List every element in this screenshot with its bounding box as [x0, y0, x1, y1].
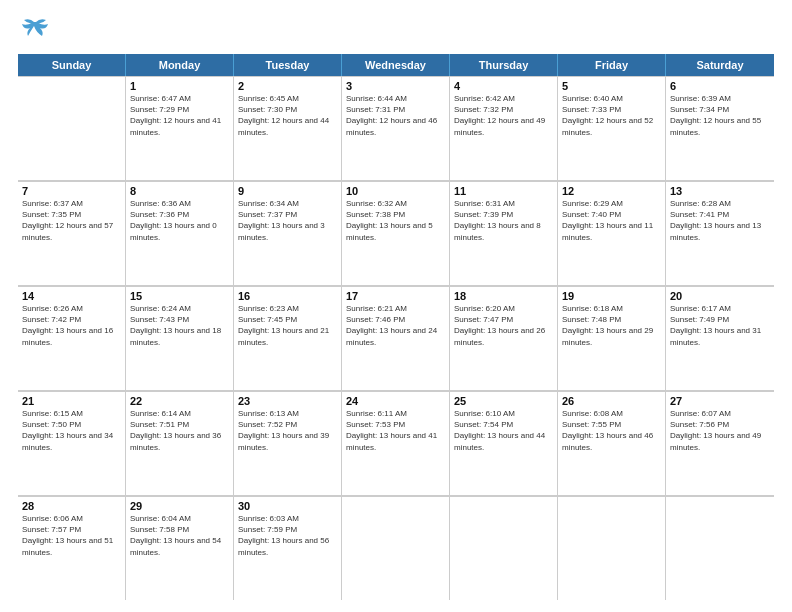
calendar: SundayMondayTuesdayWednesdayThursdayFrid… [18, 54, 774, 600]
cell-date-number: 28 [22, 500, 121, 512]
cell-date-number: 21 [22, 395, 121, 407]
calendar-cell: 17Sunrise: 6:21 AMSunset: 7:46 PMDayligh… [342, 286, 450, 390]
calendar-header: SundayMondayTuesdayWednesdayThursdayFrid… [18, 54, 774, 76]
cell-date-number: 3 [346, 80, 445, 92]
calendar-cell: 28Sunrise: 6:06 AMSunset: 7:57 PMDayligh… [18, 496, 126, 600]
cell-date-number: 22 [130, 395, 229, 407]
cell-date-number: 24 [346, 395, 445, 407]
cell-date-number: 14 [22, 290, 121, 302]
calendar-cell: 3Sunrise: 6:44 AMSunset: 7:31 PMDaylight… [342, 76, 450, 180]
calendar-cell: 21Sunrise: 6:15 AMSunset: 7:50 PMDayligh… [18, 391, 126, 495]
cell-info: Sunrise: 6:24 AMSunset: 7:43 PMDaylight:… [130, 303, 229, 348]
calendar-cell: 15Sunrise: 6:24 AMSunset: 7:43 PMDayligh… [126, 286, 234, 390]
calendar-cell: 18Sunrise: 6:20 AMSunset: 7:47 PMDayligh… [450, 286, 558, 390]
calendar-week-3: 14Sunrise: 6:26 AMSunset: 7:42 PMDayligh… [18, 286, 774, 391]
calendar-cell: 30Sunrise: 6:03 AMSunset: 7:59 PMDayligh… [234, 496, 342, 600]
calendar-week-5: 28Sunrise: 6:06 AMSunset: 7:57 PMDayligh… [18, 496, 774, 600]
cell-date-number: 2 [238, 80, 337, 92]
cell-info: Sunrise: 6:45 AMSunset: 7:30 PMDaylight:… [238, 93, 337, 138]
header [18, 18, 774, 44]
cell-info: Sunrise: 6:11 AMSunset: 7:53 PMDaylight:… [346, 408, 445, 453]
cell-date-number: 10 [346, 185, 445, 197]
cell-date-number: 9 [238, 185, 337, 197]
cell-info: Sunrise: 6:03 AMSunset: 7:59 PMDaylight:… [238, 513, 337, 558]
cell-info: Sunrise: 6:47 AMSunset: 7:29 PMDaylight:… [130, 93, 229, 138]
cell-info: Sunrise: 6:36 AMSunset: 7:36 PMDaylight:… [130, 198, 229, 243]
calendar-cell: 20Sunrise: 6:17 AMSunset: 7:49 PMDayligh… [666, 286, 774, 390]
calendar-cell: 13Sunrise: 6:28 AMSunset: 7:41 PMDayligh… [666, 181, 774, 285]
calendar-cell: 2Sunrise: 6:45 AMSunset: 7:30 PMDaylight… [234, 76, 342, 180]
cell-date-number: 12 [562, 185, 661, 197]
calendar-cell: 22Sunrise: 6:14 AMSunset: 7:51 PMDayligh… [126, 391, 234, 495]
calendar-body: 1Sunrise: 6:47 AMSunset: 7:29 PMDaylight… [18, 76, 774, 600]
calendar-week-2: 7Sunrise: 6:37 AMSunset: 7:35 PMDaylight… [18, 181, 774, 286]
calendar-cell: 6Sunrise: 6:39 AMSunset: 7:34 PMDaylight… [666, 76, 774, 180]
cell-info: Sunrise: 6:31 AMSunset: 7:39 PMDaylight:… [454, 198, 553, 243]
cell-info: Sunrise: 6:29 AMSunset: 7:40 PMDaylight:… [562, 198, 661, 243]
calendar-cell: 10Sunrise: 6:32 AMSunset: 7:38 PMDayligh… [342, 181, 450, 285]
calendar-header-tuesday: Tuesday [234, 54, 342, 76]
cell-date-number: 27 [670, 395, 770, 407]
calendar-cell: 8Sunrise: 6:36 AMSunset: 7:36 PMDaylight… [126, 181, 234, 285]
calendar-cell [558, 496, 666, 600]
cell-date-number: 1 [130, 80, 229, 92]
cell-info: Sunrise: 6:20 AMSunset: 7:47 PMDaylight:… [454, 303, 553, 348]
cell-date-number: 20 [670, 290, 770, 302]
cell-date-number: 6 [670, 80, 770, 92]
calendar-cell: 19Sunrise: 6:18 AMSunset: 7:48 PMDayligh… [558, 286, 666, 390]
cell-date-number: 23 [238, 395, 337, 407]
cell-date-number: 25 [454, 395, 553, 407]
cell-info: Sunrise: 6:14 AMSunset: 7:51 PMDaylight:… [130, 408, 229, 453]
calendar-cell: 25Sunrise: 6:10 AMSunset: 7:54 PMDayligh… [450, 391, 558, 495]
page: SundayMondayTuesdayWednesdayThursdayFrid… [0, 0, 792, 612]
cell-date-number: 13 [670, 185, 770, 197]
calendar-cell: 1Sunrise: 6:47 AMSunset: 7:29 PMDaylight… [126, 76, 234, 180]
calendar-header-monday: Monday [126, 54, 234, 76]
cell-info: Sunrise: 6:44 AMSunset: 7:31 PMDaylight:… [346, 93, 445, 138]
cell-info: Sunrise: 6:08 AMSunset: 7:55 PMDaylight:… [562, 408, 661, 453]
cell-info: Sunrise: 6:07 AMSunset: 7:56 PMDaylight:… [670, 408, 770, 453]
cell-date-number: 29 [130, 500, 229, 512]
cell-info: Sunrise: 6:21 AMSunset: 7:46 PMDaylight:… [346, 303, 445, 348]
calendar-header-thursday: Thursday [450, 54, 558, 76]
calendar-header-saturday: Saturday [666, 54, 774, 76]
calendar-week-4: 21Sunrise: 6:15 AMSunset: 7:50 PMDayligh… [18, 391, 774, 496]
cell-info: Sunrise: 6:18 AMSunset: 7:48 PMDaylight:… [562, 303, 661, 348]
calendar-cell: 7Sunrise: 6:37 AMSunset: 7:35 PMDaylight… [18, 181, 126, 285]
calendar-cell [18, 76, 126, 180]
logo [18, 18, 50, 44]
cell-date-number: 7 [22, 185, 121, 197]
cell-date-number: 30 [238, 500, 337, 512]
calendar-cell: 9Sunrise: 6:34 AMSunset: 7:37 PMDaylight… [234, 181, 342, 285]
cell-info: Sunrise: 6:28 AMSunset: 7:41 PMDaylight:… [670, 198, 770, 243]
cell-info: Sunrise: 6:34 AMSunset: 7:37 PMDaylight:… [238, 198, 337, 243]
calendar-cell: 26Sunrise: 6:08 AMSunset: 7:55 PMDayligh… [558, 391, 666, 495]
calendar-header-friday: Friday [558, 54, 666, 76]
cell-info: Sunrise: 6:26 AMSunset: 7:42 PMDaylight:… [22, 303, 121, 348]
cell-info: Sunrise: 6:32 AMSunset: 7:38 PMDaylight:… [346, 198, 445, 243]
cell-info: Sunrise: 6:04 AMSunset: 7:58 PMDaylight:… [130, 513, 229, 558]
cell-date-number: 26 [562, 395, 661, 407]
cell-info: Sunrise: 6:06 AMSunset: 7:57 PMDaylight:… [22, 513, 121, 558]
cell-date-number: 11 [454, 185, 553, 197]
calendar-cell: 23Sunrise: 6:13 AMSunset: 7:52 PMDayligh… [234, 391, 342, 495]
cell-date-number: 16 [238, 290, 337, 302]
calendar-cell: 16Sunrise: 6:23 AMSunset: 7:45 PMDayligh… [234, 286, 342, 390]
calendar-header-sunday: Sunday [18, 54, 126, 76]
cell-info: Sunrise: 6:15 AMSunset: 7:50 PMDaylight:… [22, 408, 121, 453]
calendar-cell: 24Sunrise: 6:11 AMSunset: 7:53 PMDayligh… [342, 391, 450, 495]
calendar-cell: 12Sunrise: 6:29 AMSunset: 7:40 PMDayligh… [558, 181, 666, 285]
cell-date-number: 8 [130, 185, 229, 197]
cell-date-number: 15 [130, 290, 229, 302]
calendar-cell: 5Sunrise: 6:40 AMSunset: 7:33 PMDaylight… [558, 76, 666, 180]
calendar-week-1: 1Sunrise: 6:47 AMSunset: 7:29 PMDaylight… [18, 76, 774, 181]
calendar-cell: 4Sunrise: 6:42 AMSunset: 7:32 PMDaylight… [450, 76, 558, 180]
calendar-cell: 14Sunrise: 6:26 AMSunset: 7:42 PMDayligh… [18, 286, 126, 390]
cell-info: Sunrise: 6:10 AMSunset: 7:54 PMDaylight:… [454, 408, 553, 453]
calendar-cell [666, 496, 774, 600]
calendar-cell: 11Sunrise: 6:31 AMSunset: 7:39 PMDayligh… [450, 181, 558, 285]
cell-info: Sunrise: 6:37 AMSunset: 7:35 PMDaylight:… [22, 198, 121, 243]
cell-info: Sunrise: 6:39 AMSunset: 7:34 PMDaylight:… [670, 93, 770, 138]
calendar-cell: 29Sunrise: 6:04 AMSunset: 7:58 PMDayligh… [126, 496, 234, 600]
calendar-header-wednesday: Wednesday [342, 54, 450, 76]
